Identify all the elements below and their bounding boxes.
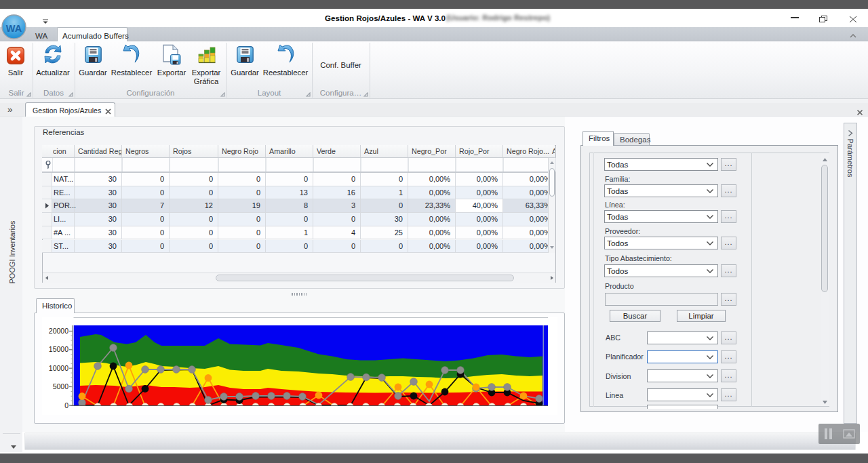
svg-text:WA: WA xyxy=(6,23,22,34)
svg-text:10000: 10000 xyxy=(49,364,68,372)
svg-text:20000: 20000 xyxy=(49,327,68,335)
svg-text:0: 0 xyxy=(64,401,68,409)
svg-text:15000: 15000 xyxy=(49,345,68,353)
svg-text:5000: 5000 xyxy=(53,382,69,390)
